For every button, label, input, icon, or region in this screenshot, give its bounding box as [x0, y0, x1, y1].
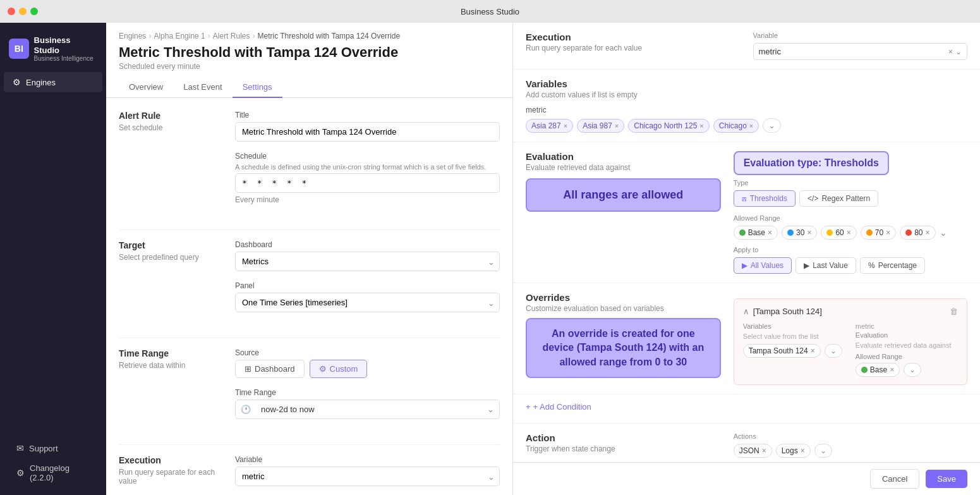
- override-range-base-close[interactable]: ×: [890, 365, 894, 374]
- sidebar-item-engines[interactable]: ⚙ Engines: [4, 72, 102, 92]
- action-tag-json-close[interactable]: ×: [762, 446, 766, 455]
- dashboard-select-wrapper: Metrics ⌄: [235, 252, 500, 271]
- var-tag-asia287: Asia 287 ×: [526, 119, 573, 133]
- panel-select[interactable]: One Time Series [timeseries]: [235, 293, 500, 312]
- apply-btn-all-values[interactable]: ▶ All Values: [734, 257, 792, 274]
- apply-btn-percentage[interactable]: % Percentage: [860, 257, 925, 274]
- target-label-col: Target Select predefined query: [119, 240, 220, 262]
- range-tag-80-close[interactable]: ×: [926, 228, 930, 237]
- add-condition-btn[interactable]: + + Add Condition: [526, 400, 591, 414]
- variable-select[interactable]: metric: [235, 467, 500, 486]
- range-tag-30-close[interactable]: ×: [807, 228, 811, 237]
- alert-rule-fields: Title Schedule A schedule is defined usi…: [235, 111, 500, 214]
- rp-variables-subtitle: Add custom values if list is empty: [526, 90, 967, 99]
- window-controls: [8, 8, 38, 15]
- var-tag-asia987: Asia 987 ×: [577, 119, 624, 133]
- close-icon[interactable]: [8, 8, 15, 15]
- app-sub: Business Intelligence: [34, 55, 97, 62]
- app-layout: BI Business Studio Business Intelligence…: [0, 23, 980, 495]
- override-range-expand-btn[interactable]: ⌄: [904, 363, 921, 377]
- type-btn-regex[interactable]: </> Regex Pattern: [799, 190, 878, 207]
- rp-action-title: Action: [526, 432, 721, 443]
- type-btn-thresholds[interactable]: ⟎ Thresholds: [734, 190, 795, 207]
- dashboard-icon: ⊞: [245, 364, 251, 374]
- support-icon: ✉: [16, 443, 24, 453]
- footer-bar: Cancel Save: [513, 462, 980, 495]
- override-tag-tampa: Tampa South 124 ×: [743, 344, 821, 358]
- time-range-arrow[interactable]: ⌄: [482, 400, 499, 419]
- add-condition-row: + + Add Condition: [513, 394, 980, 424]
- action-tag-logs: Logs ×: [776, 444, 811, 458]
- source-dashboard-btn[interactable]: ⊞ Dashboard: [235, 360, 305, 378]
- minimize-icon[interactable]: [19, 8, 27, 15]
- execution-fields: Variable metric ⌄: [235, 455, 500, 495]
- execution-section: Execution Run query separate for each va…: [119, 455, 500, 495]
- action-tag-logs-close[interactable]: ×: [801, 446, 805, 455]
- tab-last-event[interactable]: Last Event: [173, 77, 232, 98]
- sidebar: BI Business Studio Business Intelligence…: [0, 23, 106, 495]
- rp-variable-label: Variable: [753, 32, 968, 39]
- range-tag-70-close[interactable]: ×: [886, 228, 890, 237]
- sidebar-bottom: ✉ Support ⚙ Changelog (2.2.0): [0, 438, 106, 487]
- actions-expand-btn[interactable]: ⌄: [814, 444, 832, 458]
- percentage-icon: %: [868, 261, 875, 270]
- breadcrumb-alpha-engine[interactable]: Alpha Engine 1: [154, 32, 205, 40]
- var-tag-chicago: Chicago ×: [713, 119, 759, 133]
- execution-title: Execution: [119, 455, 220, 465]
- action-tag-json-label: JSON: [739, 446, 759, 455]
- var-tag-chicago-close[interactable]: ×: [749, 122, 753, 130]
- override-tags-expand-btn[interactable]: ⌄: [825, 344, 842, 358]
- var-tag-chicago-north: Chicago North 125 ×: [628, 119, 710, 133]
- tab-settings[interactable]: Settings: [233, 77, 282, 98]
- dashboard-select[interactable]: Metrics: [235, 252, 500, 271]
- title-input[interactable]: [235, 122, 500, 142]
- range-tags: Base × 30 × 60: [734, 226, 967, 240]
- apply-to-label: Apply to: [734, 246, 967, 254]
- maximize-icon[interactable]: [30, 8, 38, 15]
- override-tag-tampa-close[interactable]: ×: [811, 346, 815, 355]
- apply-btn-last-value[interactable]: ▶ Last Value: [795, 257, 856, 274]
- range-tag-base-close[interactable]: ×: [768, 228, 772, 237]
- schedule-input[interactable]: [235, 173, 500, 193]
- override-evaluation-sub: Evaluate retrieved data against: [856, 341, 958, 349]
- override-evaluation-col: metric Evaluation Evaluate retrieved dat…: [856, 322, 958, 377]
- rp-variable-field: metric × ⌄: [753, 43, 968, 60]
- source-buttons: ⊞ Dashboard ⚙ Custom: [235, 360, 500, 378]
- rp-evaluation-title: Evaluation: [526, 151, 721, 162]
- right-panel-wrapper: Execution Run query separate for each va…: [513, 23, 980, 495]
- breadcrumb-alert-rules[interactable]: Alert Rules: [213, 32, 250, 40]
- sidebar-item-changelog[interactable]: ⚙ Changelog (2.2.0): [8, 458, 99, 487]
- rp-overrides-title: Overrides: [526, 292, 721, 303]
- sidebar-item-support[interactable]: ✉ Support: [8, 438, 99, 458]
- rp-action-subtitle: Trigger when state change: [526, 444, 721, 453]
- thresholds-icon: ⟎: [742, 194, 747, 203]
- sidebar-item-label-support: Support: [29, 444, 58, 453]
- override-delete-icon[interactable]: 🗑: [950, 307, 958, 316]
- var-tag-asia987-close[interactable]: ×: [615, 122, 619, 130]
- var-field-expand-icon[interactable]: ⌄: [955, 47, 962, 56]
- var-tags-expand-btn[interactable]: ⌄: [763, 118, 781, 133]
- cancel-button[interactable]: Cancel: [870, 469, 919, 489]
- target-sub: Select predefined query: [119, 253, 220, 262]
- panel-label: Panel: [235, 281, 500, 290]
- custom-icon: ⚙: [319, 364, 327, 374]
- rp-metric-label: metric: [526, 106, 967, 114]
- variable-select-wrapper: metric ⌄: [235, 467, 500, 486]
- range-tag-60-close[interactable]: ×: [847, 228, 851, 237]
- title-label: Title: [235, 111, 500, 119]
- override-chevron-icon[interactable]: ∧: [743, 307, 749, 316]
- breadcrumb-engines[interactable]: Engines: [119, 32, 146, 40]
- sidebar-item-label-changelog: Changelog (2.2.0): [30, 463, 90, 482]
- time-range-field-group: Time Range 🕐 now-2d to now ⌄: [235, 388, 500, 419]
- save-button[interactable]: Save: [926, 470, 967, 488]
- alert-rule-sub: Set schedule: [119, 123, 220, 132]
- range-tag-70: 70 ×: [861, 226, 896, 240]
- target-section: Target Select predefined query Dashboard…: [119, 240, 500, 322]
- action-tag-json: JSON ×: [734, 444, 772, 458]
- var-field-close-icon[interactable]: ×: [948, 47, 953, 56]
- var-tag-chicago-north-close[interactable]: ×: [699, 122, 703, 130]
- source-custom-btn[interactable]: ⚙ Custom: [310, 360, 368, 378]
- range-tags-expand[interactable]: ⌄: [940, 228, 947, 238]
- tab-overview[interactable]: Overview: [119, 77, 173, 98]
- var-tag-asia287-close[interactable]: ×: [564, 122, 567, 130]
